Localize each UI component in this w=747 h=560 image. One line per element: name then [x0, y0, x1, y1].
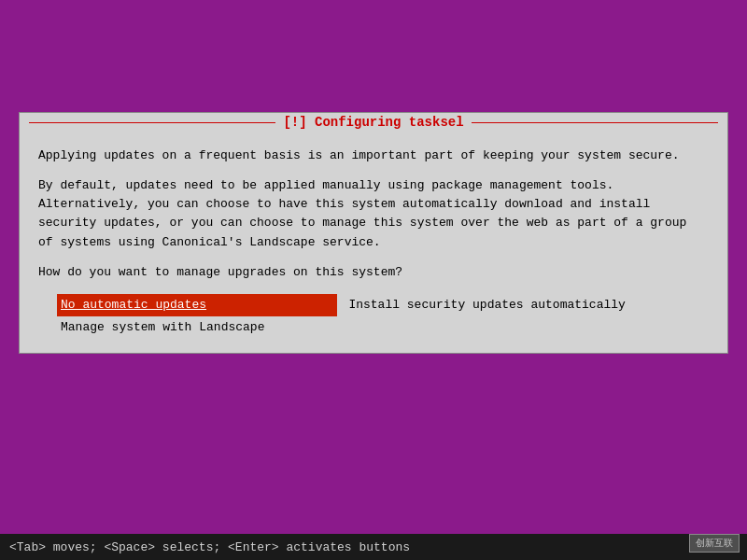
option-install-security-updates[interactable]: Install security updates automatically	[345, 294, 628, 316]
option-manage-with-landscape[interactable]: Manage system with Landscape	[57, 316, 337, 339]
dialog-title: [!] Configuring tasksel	[275, 115, 471, 130]
paragraph-1: Applying updates on a frequent basis is …	[38, 147, 709, 165]
question-text: How do you want to manage upgrades on th…	[38, 263, 709, 282]
status-text: <Tab> moves; <Space> selects; <Enter> ac…	[9, 540, 410, 554]
watermark: 创新互联	[689, 534, 740, 553]
status-bar: <Tab> moves; <Space> selects; <Enter> ac…	[0, 534, 747, 560]
title-bar: [!] Configuring tasksel	[20, 113, 727, 132]
options-list: No automatic updates Install security up…	[57, 294, 709, 338]
option-no-automatic-updates[interactable]: No automatic updates	[57, 294, 337, 316]
dialog-content: Applying updates on a frequent basis is …	[20, 132, 727, 353]
paragraph-2: By default, updates need to be applied m…	[38, 176, 709, 252]
terminal-dialog: [!] Configuring tasksel Applying updates…	[19, 112, 728, 354]
